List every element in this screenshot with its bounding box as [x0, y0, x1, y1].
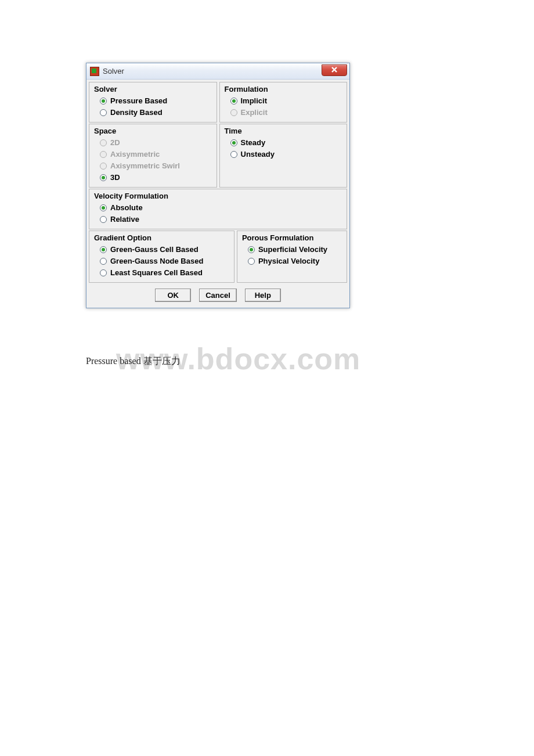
radio-label: Axisymmetric [110, 149, 160, 160]
radio-implicit[interactable]: Implicit [225, 95, 342, 107]
radio-label: Pressure Based [110, 96, 167, 106]
solver-dialog: Solver Solver Pressure Based Density Bas… [86, 63, 350, 308]
radio-least-squares[interactable]: Least Squares Cell Based [94, 267, 229, 279]
radio-density-based[interactable]: Density Based [94, 107, 212, 118]
radio-explicit: Explicit [225, 107, 342, 118]
radio-label: Relative [110, 214, 139, 225]
radio-icon [230, 151, 237, 158]
cancel-button[interactable]: Cancel [199, 289, 237, 302]
radio-relative[interactable]: Relative [94, 214, 342, 225]
radio-label: Implicit [241, 96, 268, 106]
radio-icon [248, 258, 255, 265]
radio-icon [248, 246, 255, 253]
dialog-client: Solver Pressure Based Density Based Form… [86, 80, 349, 308]
radio-label: 3D [110, 172, 120, 183]
radio-icon [100, 98, 107, 105]
radio-label: Explicit [241, 107, 268, 118]
radio-icon [100, 151, 107, 158]
radio-axisymmetric: Axisymmetric [94, 149, 212, 160]
radio-icon [100, 269, 107, 276]
group-title-solver: Solver [94, 85, 212, 93]
radio-icon [100, 139, 107, 146]
group-title-porous: Porous Formulation [242, 233, 342, 242]
radio-icon [230, 109, 237, 116]
radio-label: Steady [241, 138, 266, 148]
radio-icon [100, 109, 107, 116]
radio-label: 2D [110, 138, 120, 148]
group-title-time: Time [225, 127, 342, 135]
radio-gg-node[interactable]: Green-Gauss Node Based [94, 255, 229, 267]
radio-label: Physical Velocity [258, 256, 320, 267]
group-gradient-option: Gradient Option Green-Gauss Cell Based G… [89, 231, 234, 283]
radio-label: Green-Gauss Node Based [110, 256, 203, 267]
radio-label: Density Based [110, 107, 163, 118]
radio-3d[interactable]: 3D [94, 172, 212, 183]
radio-label: Superficial Velocity [258, 244, 327, 255]
group-title-velocity: Velocity Formulation [94, 192, 342, 200]
radio-label: Unsteady [241, 149, 275, 160]
close-icon [331, 66, 338, 75]
radio-2d: 2D [94, 137, 212, 149]
window-title: Solver [103, 67, 124, 75]
radio-physical-velocity[interactable]: Physical Velocity [242, 255, 342, 267]
radio-icon [100, 246, 107, 253]
radio-label: Absolute [110, 203, 143, 213]
radio-label: Least Squares Cell Based [110, 268, 203, 278]
radio-label: Green-Gauss Cell Based [110, 244, 199, 255]
radio-icon [100, 163, 107, 170]
radio-icon [100, 258, 107, 265]
group-title-gradient: Gradient Option [94, 233, 229, 242]
radio-steady[interactable]: Steady [225, 137, 342, 149]
group-formulation: Formulation Implicit Explicit [219, 82, 348, 123]
ok-button[interactable]: OK [155, 289, 191, 302]
radio-axisymmetric-swirl: Axisymmetric Swirl [94, 160, 212, 172]
radio-absolute[interactable]: Absolute [94, 202, 342, 214]
button-row: OK Cancel Help [89, 284, 347, 305]
radio-pressure-based[interactable]: Pressure Based [94, 95, 212, 107]
radio-icon [230, 98, 237, 105]
radio-icon [100, 216, 107, 223]
radio-gg-cell[interactable]: Green-Gauss Cell Based [94, 244, 229, 255]
caption-text: Pressure based 基于压力 [86, 355, 181, 368]
radio-icon [100, 204, 107, 211]
close-button[interactable] [322, 64, 347, 76]
radio-icon [100, 174, 107, 181]
group-velocity-formulation: Velocity Formulation Absolute Relative [89, 189, 347, 229]
group-solver: Solver Pressure Based Density Based [89, 82, 217, 123]
group-porous-formulation: Porous Formulation Superficial Velocity … [237, 231, 347, 283]
radio-icon [230, 139, 237, 146]
titlebar[interactable]: Solver [86, 63, 349, 80]
group-title-formulation: Formulation [225, 85, 342, 93]
radio-unsteady[interactable]: Unsteady [225, 149, 342, 160]
help-button[interactable]: Help [245, 289, 281, 302]
radio-superficial-velocity[interactable]: Superficial Velocity [242, 244, 342, 255]
group-space: Space 2D Axisymmetric Axisymmetric Swirl… [89, 124, 217, 188]
app-icon [90, 67, 99, 76]
radio-label: Axisymmetric Swirl [110, 161, 180, 171]
group-time: Time Steady Unsteady [219, 124, 348, 188]
group-title-space: Space [94, 127, 212, 135]
